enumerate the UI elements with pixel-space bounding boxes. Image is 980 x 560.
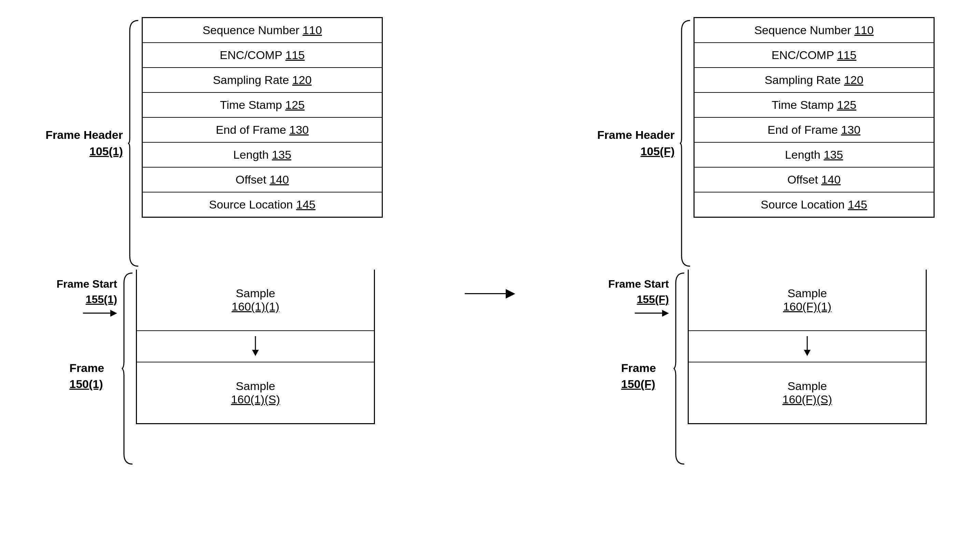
- right-down-arrow-svg: [802, 336, 812, 357]
- right-frame-start-text: Frame Start155(F): [608, 277, 669, 307]
- right-frame-brace-svg: [672, 270, 686, 468]
- left-seq-num-row: Sequence Number 110: [143, 18, 382, 43]
- left-frame-start-arrow: [83, 310, 117, 317]
- right-header-box: Sequence Number 110 ENC/COMP 115 Samplin…: [693, 17, 935, 218]
- right-header-table: Sequence Number 110 ENC/COMP 115 Samplin…: [693, 17, 935, 270]
- left-sampling-rate-row: Sampling Rate 120: [143, 68, 382, 93]
- left-time-stamp-row: Time Stamp 125: [143, 93, 382, 118]
- right-sample-s: Sample160(F)(S): [689, 362, 926, 423]
- right-offset-row: Offset 140: [695, 168, 933, 192]
- left-down-arrow-svg: [250, 336, 260, 357]
- right-down-arrow: [689, 331, 926, 362]
- left-frame-brace-svg: [120, 270, 134, 468]
- right-source-location-row: Source Location 145: [695, 192, 933, 217]
- left-frame-header-label: Frame Header 105(1): [45, 127, 123, 159]
- right-frame-label: Frame150(F): [621, 360, 656, 392]
- left-header-table: Sequence Number 110 ENC/COMP 115 Samplin…: [142, 17, 383, 270]
- right-frame-start-arrow: [635, 310, 669, 317]
- right-frame-brace: [672, 270, 686, 468]
- right-enc-comp-row: ENC/COMP 115: [695, 43, 933, 68]
- right-frame-header-section: Frame Header 105(F) Sequence Number 110 …: [597, 17, 935, 270]
- right-frame-body-wrapper: Sample160(F)(1) Sample160(F)(S): [688, 270, 927, 468]
- left-header-brace: [126, 17, 140, 270]
- right-end-of-frame-row: End of Frame 130: [695, 118, 933, 143]
- left-diagram: Frame Header 105(1) Sequence Number 110 …: [45, 17, 383, 468]
- left-sample-s: Sample160(1)(S): [137, 362, 374, 423]
- left-end-of-frame-row: End of Frame 130: [143, 118, 382, 143]
- left-frame-brace: [120, 270, 134, 468]
- left-down-arrow: [137, 331, 374, 362]
- svg-marker-1: [252, 350, 259, 356]
- right-frame-body: Sample160(F)(1) Sample160(F)(S): [688, 270, 927, 424]
- right-sampling-rate-row: Sampling Rate 120: [695, 68, 933, 93]
- main-layout: Frame Header 105(1) Sequence Number 110 …: [0, 0, 980, 560]
- right-frame-header-label-area: Frame Header 105(F): [597, 17, 678, 270]
- right-sample-1: Sample160(F)(1): [689, 270, 926, 331]
- left-header-brace-svg: [126, 17, 140, 270]
- left-header-box: Sequence Number 110 ENC/COMP 115 Samplin…: [142, 17, 383, 218]
- left-frame-header-label-area: Frame Header 105(1): [45, 17, 126, 270]
- left-sample-1: Sample160(1)(1): [137, 270, 374, 331]
- right-header-brace-svg: [678, 17, 692, 270]
- left-enc-comp-row: ENC/COMP 115: [143, 43, 382, 68]
- left-offset-row: Offset 140: [143, 168, 382, 192]
- right-time-stamp-row: Time Stamp 125: [695, 93, 933, 118]
- right-seq-num-row: Sequence Number 110: [695, 18, 933, 43]
- left-source-location-row: Source Location 145: [143, 192, 382, 217]
- svg-marker-3: [804, 350, 811, 356]
- left-frame-body-wrapper: Sample160(1)(1) Sample160(1)(S): [136, 270, 375, 468]
- right-diagram: Frame Header 105(F) Sequence Number 110 …: [597, 17, 935, 468]
- right-frame-header-label: Frame Header 105(F): [597, 127, 675, 159]
- left-frame-body: Sample160(1)(1) Sample160(1)(S): [136, 270, 375, 424]
- left-frame-start-text: Frame Start155(1): [56, 277, 117, 307]
- center-arrow: [465, 289, 515, 298]
- left-frame-label: Frame150(1): [69, 360, 104, 392]
- right-length-row: Length 135: [695, 143, 933, 168]
- right-header-brace: [678, 17, 692, 270]
- left-frame-header-section: Frame Header 105(1) Sequence Number 110 …: [45, 17, 383, 270]
- left-length-row: Length 135: [143, 143, 382, 168]
